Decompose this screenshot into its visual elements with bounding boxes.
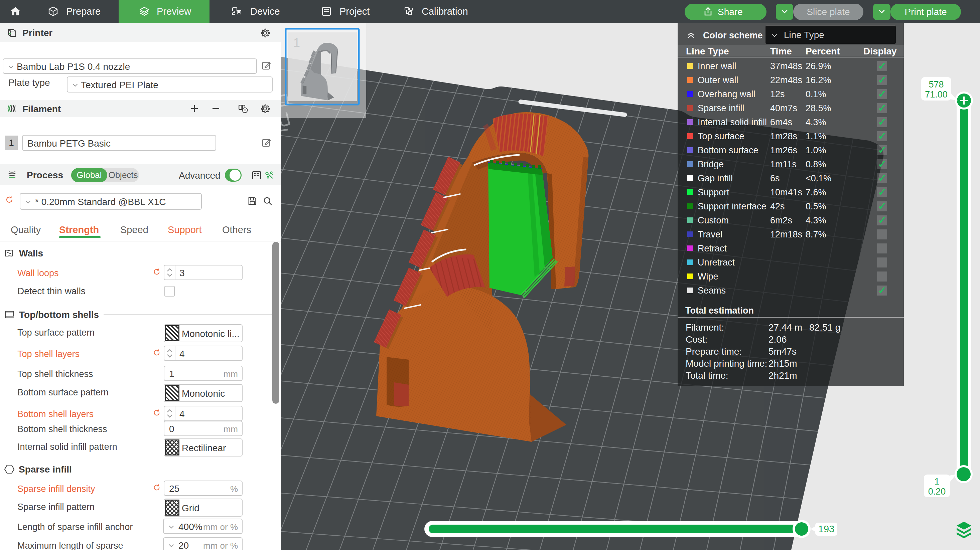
svg-text:0.20: 0.20 [928, 487, 946, 496]
svg-text:578: 578 [929, 79, 943, 89]
svg-text:1: 1 [934, 477, 939, 487]
svg-text:193: 193 [818, 524, 834, 534]
svg-text:71.00: 71.00 [925, 89, 948, 100]
